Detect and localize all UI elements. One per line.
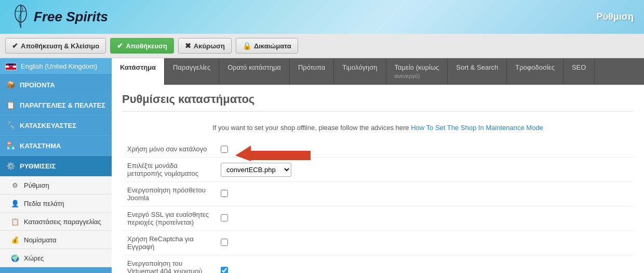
joomla-plugin-row: Ενεργοποίηση πρόσθετου Joomla	[122, 182, 634, 206]
toolbar: ✔ Αποθήκευση & Κλείσιμο ✔ Αποθήκευση ✖ Α…	[0, 34, 644, 58]
header: Free Spirits Ρύθμιση	[0, 0, 644, 34]
countries-label: Χώρες	[24, 254, 44, 262]
tab-sort-search[interactable]: Sort & Search	[448, 58, 507, 85]
virtuemart-404-label: Ενεργοποίηση του Virtuemart 404 χειρισμο…	[122, 255, 216, 273]
sidebar-item-products[interactable]: 📦 ΠΡΟΪΟΝΤΑ	[0, 75, 112, 95]
virtuemart-404-cell	[216, 255, 634, 273]
ssl-checkbox[interactable]	[221, 214, 228, 222]
ssl-row: Ενεργό SSL για ευαίσθητες περιοχές (προτ…	[122, 206, 634, 231]
tab-checkout-line2: ανενεργό)	[395, 72, 439, 80]
header-title: Ρύθμιση	[596, 11, 634, 22]
sidebar: English (United Kingdom) 📦 ΠΡΟΪΟΝΤΑ 📋 ΠΑ…	[0, 58, 112, 273]
settings-icon: ⚙️	[5, 161, 16, 171]
tab-pricing[interactable]: Τιμολόγηση	[334, 58, 386, 85]
recaptcha-row: Χρήση ReCaptcha για Εγγραφή	[122, 231, 634, 255]
countries-icon: 🌍	[10, 253, 20, 263]
cancel-label: Ακύρωση	[194, 42, 225, 50]
orders-label: ΠΑΡΑΓΓΕΛΙΕΣ & ΠΕΛΑΤΕΣ	[20, 101, 105, 109]
sidebar-item-countries[interactable]: 🌍 Χώρες	[0, 249, 112, 267]
language-label: English (United Kingdom)	[21, 62, 97, 70]
virtuemart-404-checkbox[interactable]	[221, 267, 228, 273]
lock-icon: 🔒	[243, 42, 251, 50]
joomla-plugin-label: Ενεργοποίηση πρόσθετου Joomla	[122, 182, 216, 206]
ruthmisi-label: Ρύθμιση	[24, 181, 49, 189]
fields-label: Πεδία πελάτη	[24, 200, 64, 207]
ruthmisi-icon: ⚙	[10, 180, 20, 190]
sidebar-item-ruthmisi[interactable]: ⚙ Ρύθμιση	[0, 176, 112, 194]
logo-icon	[10, 4, 31, 30]
ssl-cell	[216, 206, 634, 231]
save-close-button[interactable]: ✔ Αποθήκευση & Κλείσιμο	[5, 38, 106, 54]
tab-feeds[interactable]: Τροφοδοσίες	[507, 58, 564, 85]
checkmark-icon: ✔	[12, 42, 18, 50]
tab-checkout[interactable]: Ταμείο (κυρίως ανενεργό)	[386, 58, 448, 85]
currencies-icon: 💰	[10, 235, 20, 244]
save-button[interactable]: ✔ Αποθήκευση	[110, 38, 174, 54]
currency-conversion-select[interactable]: convertECB.php convertECB2.php none	[221, 163, 291, 177]
sidebar-item-manufacturers[interactable]: 🔧 ΚΑΤΑΣΚΕΥΑΣΤΕΣ	[0, 115, 112, 136]
info-text: If you want to set your shop offline, pl…	[212, 124, 409, 132]
save-label: Αποθήκευση	[126, 42, 167, 50]
sidebar-item-shop[interactable]: 🏪 ΚΑΤΑΣΤΗΜΑ	[0, 136, 112, 156]
uk-flag-icon	[5, 63, 17, 70]
wrench-icon: 🔧	[5, 120, 16, 131]
sidebar-item-order-status[interactable]: 📋 Καταστάσεις παραγγελίας	[0, 213, 112, 231]
orders-icon: 📋	[5, 100, 16, 110]
joomla-plugin-checkbox[interactable]	[221, 190, 228, 197]
tab-visible-store[interactable]: Ορατό κατάστημα	[219, 58, 290, 85]
content-area: Κατάστημα Παραγγελίες Ορατό κατάστημα Πρ…	[112, 58, 644, 273]
logo-text: Free Spirits	[34, 9, 108, 25]
main-layout: English (United Kingdom) 📦 ΠΡΟΪΟΝΤΑ 📋 ΠΑ…	[0, 58, 644, 273]
tab-store[interactable]: Κατάστημα	[112, 58, 165, 85]
save-close-label: Αποθήκευση & Κλείσιμο	[21, 42, 99, 50]
page-title: Ρυθμίσεις καταστήματος	[122, 93, 634, 112]
sidebar-sub-menu: ⚙ Ρύθμιση 👤 Πεδία πελάτη 📋 Καταστάσεις π…	[0, 176, 112, 267]
manufacturers-label: ΚΑΤΑΣΚΕΥΑΣΤΕΣ	[20, 122, 76, 129]
tab-bar: Κατάστημα Παραγγελίες Ορατό κατάστημα Πρ…	[112, 58, 644, 85]
currencies-label: Νομίσματα	[24, 236, 57, 244]
logo: Free Spirits	[10, 4, 108, 30]
rights-label: Δικαιώματα	[254, 42, 291, 50]
rights-button[interactable]: 🔒 Δικαιώματα	[236, 38, 298, 54]
products-label: ΠΡΟΪΟΝΤΑ	[20, 81, 55, 89]
sidebar-item-currencies[interactable]: 💰 Νομίσματα	[0, 231, 112, 249]
cancel-icon: ✖	[185, 42, 191, 50]
catalog-only-label: Χρήση μόνο σαν κατάλογο	[122, 141, 216, 158]
fields-icon: 👤	[10, 199, 20, 208]
info-link[interactable]: How To Set The Shop In Maintenance Mode	[411, 124, 543, 132]
info-bar: If you want to set your shop offline, pl…	[122, 120, 634, 136]
settings-form: Χρήση μόνο σαν κατάλογο	[122, 141, 634, 273]
tab-seo[interactable]: SEO	[564, 58, 595, 85]
shop-label: ΚΑΤΑΣΤΗΜΑ	[20, 142, 61, 150]
settings-label: ΡΥΘΜΙΣΕΙΣ	[20, 162, 56, 170]
sidebar-item-orders[interactable]: 📋 ΠΑΡΑΓΓΕΛΙΕΣ & ΠΕΛΑΤΕΣ	[0, 95, 112, 115]
tab-orders[interactable]: Παραγγελίες	[165, 58, 219, 85]
ssl-label: Ενεργό SSL για ευαίσθητες περιοχές (προτ…	[122, 206, 216, 231]
tab-templates[interactable]: Πρότυπα	[290, 58, 334, 85]
currency-conversion-cell: convertECB.php convertECB2.php none	[216, 158, 634, 182]
products-icon: 📦	[5, 80, 16, 90]
sidebar-item-settings[interactable]: ⚙️ ΡΥΘΜΙΣΕΙΣ	[0, 156, 112, 176]
recaptcha-cell	[216, 231, 634, 255]
currency-conversion-label: Επιλέξτε μονάδα μετατροπής νομίσματος	[122, 158, 216, 182]
recaptcha-label: Χρήση ReCaptcha για Εγγραφή	[122, 231, 216, 255]
save-icon: ✔	[117, 42, 123, 50]
currency-select-wrapper: convertECB.php convertECB2.php none	[221, 163, 628, 177]
sidebar-item-fields[interactable]: 👤 Πεδία πελάτη	[0, 194, 112, 213]
joomla-plugin-cell	[216, 182, 634, 206]
catalog-only-row: Χρήση μόνο σαν κατάλογο	[122, 141, 634, 158]
catalog-only-cell	[216, 141, 634, 158]
catalog-only-checkbox[interactable]	[221, 146, 228, 153]
shop-icon: 🏪	[5, 140, 16, 151]
language-selector[interactable]: English (United Kingdom)	[0, 58, 112, 75]
order-status-icon: 📋	[10, 217, 20, 226]
page-content: Ρυθμίσεις καταστήματος If you want to se…	[112, 85, 644, 273]
recaptcha-checkbox[interactable]	[221, 239, 228, 246]
tab-checkout-line1: Ταμείο (κυρίως	[395, 63, 439, 71]
currency-conversion-row: Επιλέξτε μονάδα μετατροπής νομίσματος co…	[122, 158, 634, 182]
cancel-button[interactable]: ✖ Ακύρωση	[178, 38, 232, 54]
virtuemart-404-row: Ενεργοποίηση του Virtuemart 404 χειρισμο…	[122, 255, 634, 273]
order-status-label: Καταστάσεις παραγγελίας	[24, 218, 101, 226]
